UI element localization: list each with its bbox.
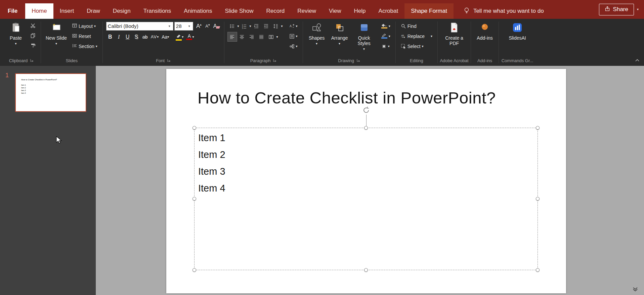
collapse-ribbon-button[interactable] xyxy=(635,57,640,63)
list-item[interactable]: Item 3 xyxy=(198,163,225,180)
columns-caret-icon[interactable]: ▾ xyxy=(276,35,278,39)
increase-indent-button[interactable] xyxy=(262,22,271,31)
numbering-button[interactable]: 123 xyxy=(240,22,249,31)
tab-record[interactable]: Record xyxy=(260,3,291,19)
section-button[interactable]: Section ▾ xyxy=(70,42,99,51)
replace-button[interactable]: ab Replace ▾ xyxy=(399,32,434,41)
align-center-button[interactable] xyxy=(238,32,247,41)
tab-transitions[interactable]: Transitions xyxy=(137,3,178,19)
create-pdf-button[interactable]: Create a PDF xyxy=(441,22,467,46)
list-item[interactable]: Item 1 xyxy=(198,129,225,146)
clear-formatting-button[interactable]: A xyxy=(212,22,221,31)
tab-home[interactable]: Home xyxy=(25,3,53,19)
arrange-button[interactable]: Arrange ▾ xyxy=(329,22,350,45)
slide-canvas[interactable]: How to Create Checklist in PowerPoint? xyxy=(96,66,644,295)
resize-handle-top-left[interactable] xyxy=(192,126,196,130)
convert-to-smartart-button[interactable]: ▾ xyxy=(288,42,299,51)
rotation-handle[interactable] xyxy=(362,106,371,115)
resize-handle-bottom-left[interactable] xyxy=(192,268,196,272)
list-item[interactable]: Item 4 xyxy=(198,180,225,197)
font-name-combo[interactable] xyxy=(106,22,173,31)
layout-button[interactable]: Layout ▾ xyxy=(70,22,99,31)
clipboard-dialog-launcher-icon[interactable] xyxy=(30,58,34,63)
tab-insert[interactable]: Insert xyxy=(53,3,81,19)
content-textbox[interactable]: Item 1 Item 2 Item 3 Item 4 xyxy=(194,128,538,270)
shapes-button[interactable]: Shapes ▾ xyxy=(306,22,327,45)
reset-button[interactable]: Reset xyxy=(70,32,99,41)
align-text-button[interactable]: ▾ xyxy=(288,32,299,41)
ribbon: Paste ▾ xyxy=(0,19,644,66)
shape-outline-button[interactable]: ▾ xyxy=(380,32,392,41)
text-direction-button[interactable]: A ▾ xyxy=(288,22,299,31)
resize-handle-bottom-right[interactable] xyxy=(536,268,540,272)
change-case-button[interactable]: Aa ▾ xyxy=(161,32,170,41)
section-label: Section xyxy=(79,44,94,49)
tab-help[interactable]: Help xyxy=(348,3,372,19)
underline-button[interactable]: U xyxy=(124,32,132,41)
shape-fill-button[interactable]: ▾ xyxy=(380,22,392,31)
paste-button[interactable]: Paste ▾ xyxy=(5,22,26,45)
line-spacing-caret-icon[interactable]: ▾ xyxy=(281,25,283,28)
share-button[interactable]: Share xyxy=(599,4,634,15)
numbering-caret-icon[interactable]: ▾ xyxy=(250,25,251,28)
layout-label: Layout xyxy=(79,24,93,29)
tab-draw[interactable]: Draw xyxy=(80,3,106,19)
resize-handle-bottom-middle[interactable] xyxy=(364,268,368,272)
tab-shape-format[interactable]: Shape Format xyxy=(404,3,454,19)
format-painter-button[interactable] xyxy=(28,42,37,51)
copy-button[interactable] xyxy=(28,32,37,41)
ribbon-group-font: ▾ ▾ A▴ A▾ A xyxy=(103,19,224,66)
strikethrough-button[interactable]: ab xyxy=(141,32,149,41)
bold-button[interactable]: B xyxy=(106,32,114,41)
tab-acrobat[interactable]: Acrobat xyxy=(372,3,405,19)
paragraph-dialog-launcher-icon[interactable] xyxy=(273,58,276,63)
decrease-indent-icon xyxy=(254,24,259,29)
slide-title-text[interactable]: How to Create Checklist in PowerPoint? xyxy=(198,88,496,107)
tab-slide-show[interactable]: Slide Show xyxy=(218,3,260,19)
line-spacing-button[interactable] xyxy=(271,22,281,31)
new-slide-button[interactable]: New Slide ▾ xyxy=(44,22,68,45)
slide-1-thumbnail[interactable]: How to Create Checklist in PowerPoint? I… xyxy=(15,73,86,112)
checklist-items: Item 1 Item 2 Item 3 Item 4 xyxy=(198,129,225,197)
tab-design[interactable]: Design xyxy=(106,3,137,19)
slide[interactable]: How to Create Checklist in PowerPoint? xyxy=(166,69,566,293)
resize-handle-top-middle[interactable] xyxy=(364,126,368,130)
list-item[interactable]: Item 2 xyxy=(198,146,225,163)
resize-handle-top-right[interactable] xyxy=(536,126,540,130)
text-shadow-button[interactable]: S xyxy=(132,32,140,41)
select-button[interactable]: Select ▾ xyxy=(399,42,434,51)
share-caret-icon[interactable]: ▾ xyxy=(637,8,639,11)
resize-handle-middle-right[interactable] xyxy=(536,197,540,201)
tell-me-box[interactable]: Tell me what you want to do xyxy=(464,3,544,19)
tab-view[interactable]: View xyxy=(323,3,348,19)
character-spacing-button[interactable]: AV ▾ xyxy=(150,32,160,41)
cut-button[interactable] xyxy=(28,22,37,31)
find-button[interactable]: Find xyxy=(399,22,434,31)
slide-thumbnail-panel[interactable]: 1 How to Create Checklist in PowerPoint?… xyxy=(0,66,96,295)
italic-button[interactable]: I xyxy=(115,32,123,41)
decrease-indent-button[interactable] xyxy=(252,22,261,31)
justify-button[interactable] xyxy=(257,32,266,41)
align-right-button[interactable] xyxy=(247,32,256,41)
slidesai-button[interactable]: SlidesAI xyxy=(502,22,532,41)
thumbnail-item: Item 3 xyxy=(21,89,86,92)
scroll-corner-chevron-icon[interactable] xyxy=(632,287,638,293)
shrink-font-button[interactable]: A▾ xyxy=(204,22,212,31)
shape-effects-button[interactable]: ▾ xyxy=(380,42,392,51)
bullets-caret-icon[interactable]: ▾ xyxy=(238,25,239,28)
bullets-button[interactable] xyxy=(228,22,237,31)
columns-button[interactable] xyxy=(267,32,276,41)
align-left-button[interactable] xyxy=(228,32,237,41)
quick-styles-button[interactable]: Quick Styles ▾ xyxy=(352,22,376,51)
tab-file[interactable]: File xyxy=(0,3,25,19)
font-dialog-launcher-icon[interactable] xyxy=(167,58,171,63)
font-size-combo[interactable] xyxy=(174,22,193,31)
tab-review[interactable]: Review xyxy=(291,3,323,19)
tab-animations[interactable]: Animations xyxy=(177,3,218,19)
grow-font-button[interactable]: A▴ xyxy=(195,22,203,31)
text-highlight-button[interactable]: ▾ xyxy=(175,32,184,41)
font-color-button[interactable]: A ▾ xyxy=(185,32,195,41)
drawing-dialog-launcher-icon[interactable] xyxy=(356,58,360,63)
addins-button[interactable]: Add-ins xyxy=(474,22,495,41)
resize-handle-middle-left[interactable] xyxy=(192,197,196,201)
